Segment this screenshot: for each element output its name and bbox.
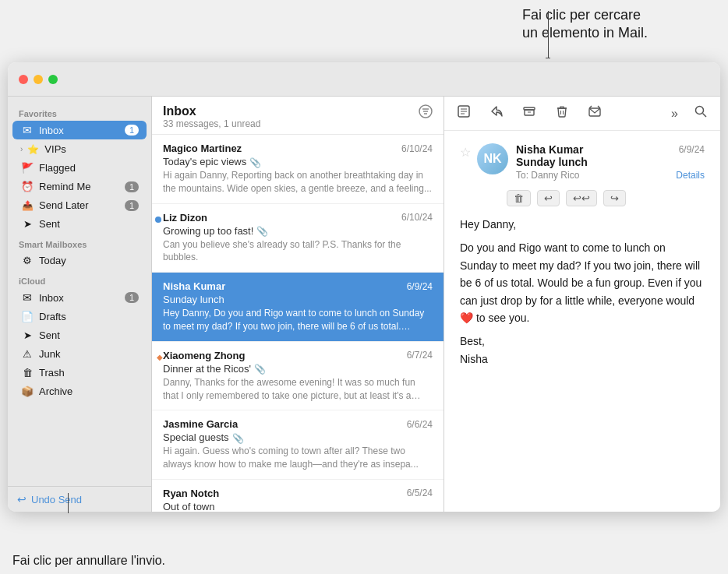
- sidebar-item-drafts[interactable]: 📄 Drafts: [12, 308, 147, 326]
- sidebar-item-icloud-inbox[interactable]: ✉ Inbox 1: [12, 288, 147, 307]
- msg-row1: Nisha Kumar 6/9/24: [163, 280, 433, 292]
- detail-from-row: Nisha Kumar 6/9/24: [516, 143, 705, 156]
- msg-from: Jasmine Garcia: [163, 418, 407, 430]
- detail-date: 6/9/24: [679, 144, 705, 155]
- remind-icon: ⏰: [20, 181, 34, 192]
- inbox-icon: ✉: [20, 124, 34, 136]
- msg-preview: Danny, Thanks for the awesome evening! I…: [163, 376, 433, 403]
- icloud-inbox-icon: ✉: [20, 291, 34, 304]
- archive-action-icon[interactable]: [519, 103, 539, 124]
- detail-actions: 🗑 ↩ ↩↩ ↪: [507, 190, 705, 206]
- sidebar-item-flagged[interactable]: 🚩 Flagged: [12, 159, 147, 177]
- traffic-lights: [19, 75, 58, 84]
- compose-new-icon[interactable]: [454, 103, 474, 124]
- sidebar-item-vips[interactable]: › ⭐ VIPs: [12, 140, 147, 158]
- message-item-msg2[interactable]: Liz Dizon 6/10/24 Growing up too fast! 📎…: [152, 204, 444, 273]
- trash-action-button[interactable]: 🗑: [507, 190, 531, 206]
- message-item-msg1[interactable]: Magico Martinez 6/10/24 Today's epic vie…: [152, 135, 444, 204]
- svg-point-17: [696, 107, 704, 114]
- sidebar-item-inbox[interactable]: ✉ Inbox 1: [12, 121, 147, 139]
- sidebar-item-remind-me[interactable]: ⏰ Remind Me 1: [12, 178, 147, 195]
- sidebar-item-label: Today: [39, 255, 139, 266]
- sidebar-item-junk[interactable]: ⚠ Junk: [12, 345, 147, 363]
- attachment-icon: 📎: [232, 433, 244, 444]
- attachment-icon: 📎: [254, 364, 266, 375]
- unread-dot: [155, 217, 161, 223]
- search-icon[interactable]: [691, 103, 711, 124]
- msg-subject-row: Sunday lunch: [163, 294, 433, 307]
- message-item-msg3[interactable]: Nisha Kumar 6/9/24 Sunday lunch Hey Dann…: [152, 273, 444, 342]
- compose-reply-icon[interactable]: [486, 103, 507, 124]
- maximize-button[interactable]: [48, 75, 58, 84]
- msg-from: Nisha Kumar: [163, 280, 407, 292]
- message-list-subtitle: 33 messages, 1 unread: [163, 118, 260, 129]
- expand-arrow-icon: ›: [20, 145, 23, 153]
- star-icon[interactable]: ☆: [460, 145, 471, 160]
- reply-all-action-button[interactable]: ↩↩: [566, 190, 597, 206]
- detail-content: ☆ NK Nisha Kumar 6/9/24 Sunday lunch To:…: [444, 131, 720, 512]
- reply-action-button[interactable]: ↩: [537, 190, 560, 206]
- main-layout: Favorites ✉ Inbox 1 › ⭐ VIPs 🚩 Flagged: [8, 97, 720, 512]
- close-button[interactable]: [19, 75, 28, 84]
- today-icon: ⚙: [20, 255, 34, 266]
- message-list: Inbox 33 messages, 1 unread Magico Marti…: [152, 97, 444, 512]
- message-items: Magico Martinez 6/10/24 Today's epic vie…: [152, 135, 444, 512]
- sidebar-item-sent[interactable]: ➤ Sent: [12, 215, 147, 233]
- undo-send-button[interactable]: ↩ Undo Send: [8, 486, 151, 512]
- sidebar-item-label: Drafts: [39, 311, 139, 322]
- attachment-icon: 📎: [249, 157, 261, 168]
- msg-subject: Special guests: [163, 431, 229, 443]
- more-actions-icon[interactable]: »: [671, 107, 678, 121]
- msg-preview: Hi again. Guess who's coming to town aft…: [163, 445, 433, 471]
- sidebar-item-trash[interactable]: 🗑 Trash: [12, 364, 147, 382]
- mail-window: Favorites ✉ Inbox 1 › ⭐ VIPs 🚩 Flagged: [8, 62, 720, 512]
- filter-icon[interactable]: [419, 104, 433, 122]
- minimize-button[interactable]: [34, 75, 43, 84]
- detail-body: Hey Danny, Do you and Rigo want to come …: [460, 216, 705, 368]
- detail-subject: Sunday lunch: [516, 156, 705, 168]
- msg-subject: Sunday lunch: [163, 294, 224, 305]
- sidebar-item-label: Inbox: [39, 292, 125, 304]
- attachment-icon: 📎: [256, 226, 268, 237]
- sidebar-item-archive[interactable]: 📦 Archive: [12, 382, 147, 400]
- inbox-badge: 1: [125, 125, 139, 136]
- junk-action-icon[interactable]: [585, 103, 605, 124]
- smart-mailboxes-label: Smart Mailboxes: [8, 234, 151, 251]
- sidebar-item-label: Sent: [39, 218, 139, 230]
- undo-icon: ↩: [17, 493, 27, 505]
- msg-subject: Growing up too fast!: [163, 225, 253, 237]
- detail-to-row: To: Danny Rico Details: [516, 170, 705, 181]
- message-item-msg4[interactable]: ◆ Xiaomeng Zhong 6/7/24 Dinner at the Ri…: [152, 342, 444, 411]
- send-later-icon: 📤: [20, 200, 34, 211]
- sidebar-item-label: Send Later: [39, 199, 125, 211]
- flagged-icon: 🚩: [20, 162, 34, 174]
- sidebar-item-label: Junk: [39, 348, 139, 360]
- msg-date: 6/6/24: [407, 419, 433, 430]
- sidebar-item-label: Sent: [39, 329, 139, 341]
- icloud-inbox-badge: 1: [125, 292, 139, 303]
- sidebar-item-icloud-sent[interactable]: ➤ Sent: [12, 326, 147, 344]
- sidebar-item-today[interactable]: ⚙ Today: [12, 252, 147, 269]
- message-item-msg6[interactable]: Ryan Notch 6/5/24 Out of town Howdy, nei…: [152, 480, 444, 512]
- undo-send-label: Undo Send: [31, 494, 82, 505]
- message-list-title: Inbox: [163, 104, 260, 118]
- forward-action-button[interactable]: ↪: [603, 190, 626, 206]
- msg-subject: Out of town: [163, 501, 214, 512]
- msg-row1: Jasmine Garcia 6/6/24: [163, 418, 433, 430]
- trash-icon: 🗑: [20, 367, 34, 379]
- msg-subject-row: Growing up too fast! 📎: [163, 225, 433, 238]
- message-list-title-block: Inbox 33 messages, 1 unread: [163, 104, 260, 129]
- message-item-msg5[interactable]: Jasmine Garcia 6/6/24 Special guests 📎 H…: [152, 410, 444, 480]
- sidebar-item-send-later[interactable]: 📤 Send Later 1: [12, 196, 147, 214]
- titlebar: [8, 62, 720, 97]
- delete-action-icon[interactable]: [552, 103, 572, 124]
- drafts-icon: 📄: [20, 311, 34, 322]
- remind-badge: 1: [125, 181, 139, 192]
- details-link[interactable]: Details: [676, 170, 705, 181]
- msg-preview: Can you believe she's already so tall? P…: [163, 238, 433, 265]
- sidebar-item-label: Flagged: [39, 162, 139, 174]
- body-paragraph: Do you and Rigo want to come to lunch on…: [460, 239, 705, 326]
- msg-subject-row: Out of town: [163, 501, 433, 512]
- msg-row1: Xiaomeng Zhong 6/7/24: [163, 350, 433, 361]
- msg-row1: Magico Martinez 6/10/24: [163, 143, 433, 154]
